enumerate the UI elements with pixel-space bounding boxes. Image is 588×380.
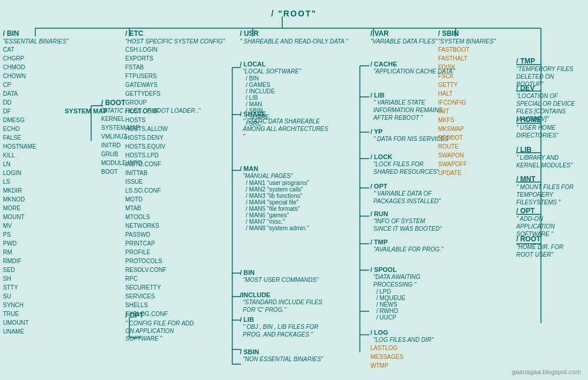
- lib-right: / LIB " LIBRARY AND KERNEL MODULES": [516, 146, 581, 169]
- etc-opt-label: / OPT: [125, 311, 196, 320]
- var-run: / RUN "INFO OF SYSTEM SINCE IT WAS BOOTE…: [370, 209, 444, 233]
- usr-sbin: / SBIN "NON ESSENTIAL BINARIES": [240, 347, 323, 363]
- usr-bin-label: / BIN: [240, 269, 319, 276]
- var-desc: "VARIABLE DATA FILES": [370, 38, 437, 45]
- var-tmp: / TMP "AVAILABLE FOR PROG.": [370, 237, 443, 253]
- dev-right-label: / DEV: [516, 84, 581, 92]
- usr-man-sub: / MAN1 "user programs"/ MAN2 "system cal…: [246, 180, 309, 231]
- usr-lib-desc: " OBJ , BIN , LIB FILES FOR PROG. AND PA…: [243, 323, 331, 338]
- usr-bin-desc: "MOST USER COMMANDS": [243, 276, 319, 284]
- etc-opt-column: / OPT " CONFIG FILE FOR ADD ON APPLICATI…: [125, 311, 196, 342]
- var-log-files: LASTLOGMESSAGESWTMP: [370, 344, 433, 370]
- usr-man-label: / MAN: [240, 165, 309, 172]
- sbin-files: FASTBOOTFASTHALTFDISKFSCKGETTYHALTIFCONF…: [438, 45, 496, 177]
- bin-label: / BIN: [3, 29, 68, 38]
- lib-right-label: / LIB: [516, 146, 581, 154]
- opt-right: / OPT " ADD-ON APPLICATION SOFTWARE ": [516, 207, 581, 238]
- var-log: / LOG "LOG FILES AND DIR" LASTLOGMESSAGE…: [370, 327, 433, 370]
- root-right-desc: "HOME DIR. FOR ROOT USER": [516, 243, 581, 258]
- home-right: / HOME " USER HOME DIRECTORIES": [516, 116, 581, 139]
- home-right-label: / HOME: [516, 116, 581, 124]
- bin-desc: "ESSENTIAL BINARIES": [3, 38, 68, 45]
- root-right: / ROOT "HOME DIR. FOR ROOT USER": [516, 235, 581, 258]
- home-right-desc: " USER HOME DIRECTORIES": [516, 124, 581, 139]
- usr-label: / USR: [240, 29, 348, 38]
- var-spool: / SPOOL "DATA AWAITING PROCESSING " / LP…: [370, 264, 444, 321]
- var-opt-desc: " VARIABLE DATA OF PACKAGES INSTALLED": [373, 190, 444, 205]
- usr-lib: / LIB " OBJ , BIN , LIB FILES FOR PROG. …: [240, 314, 331, 338]
- usr-include: /INCLUDE "STANDARD INCLUDE FILES FOR 'C'…: [240, 290, 331, 314]
- var-opt: / OPT " VARIABLE DATA OF PACKAGES INSTAL…: [370, 181, 444, 205]
- sbin-column: / SBIN "SYSTEM BINARIES" FASTBOOTFASTHAL…: [438, 29, 496, 177]
- var-log-desc: "LOG FILES AND DIR": [373, 336, 433, 344]
- usr-desc: " SHAREABLE AND READ-ONLY DATA ": [240, 38, 348, 45]
- var-lock: / LOCK "LOCK FILES FOR SHARED RESOURCES": [370, 152, 444, 176]
- mnt-right: / MNT " MOUNT FILES FOR TEMPORERY FILESY…: [516, 175, 581, 206]
- sbin-desc: "SYSTEM BINARIES": [438, 38, 496, 45]
- usr-man: / MAN "MANUAL PAGES" / MAN1 "user progra…: [240, 163, 309, 231]
- page: / "ROOT": [0, 0, 588, 380]
- etc-column: / ETC "HOST SPECIFIC SYSTEM CONFIG" CSH.…: [125, 29, 225, 318]
- var-spool-label: / SPOOL: [370, 266, 444, 273]
- usr-lib-label: / LIB: [240, 316, 331, 323]
- usr-man-desc: "MANUAL PAGES": [243, 172, 309, 180]
- var-lock-desc: "LOCK FILES FOR SHARED RESOURCES": [373, 160, 444, 176]
- var-column: / VAR "VARIABLE DATA FILES": [370, 29, 437, 45]
- var-tmp-desc: "AVAILABLE FOR PROG.": [373, 246, 443, 253]
- bin-files: CATCHGRPCHMODCHOWNCPDATADDDFDMESGECHOFAL…: [3, 45, 68, 336]
- usr-share-desc: " STATIC DATA SHAREABLE AMONG ALL ARCHIT…: [243, 117, 331, 140]
- usr-share-label: / SHARE: [240, 110, 331, 117]
- root-right-label: / ROOT: [516, 235, 581, 243]
- usr-sbin-desc: "NON ESSENTIAL BINARIES": [243, 355, 323, 363]
- etc-opt-desc: " CONFIG FILE FOR ADD ON APPLICATION SOF…: [125, 320, 196, 342]
- usr-sbin-label: / SBIN: [240, 348, 323, 355]
- sbin-label: / SBIN: [438, 29, 496, 38]
- mnt-right-label: / MNT: [516, 175, 581, 183]
- etc-files: CSH.LOGINEXPORTSFSTABFTPUSERSGATEWAYSGET…: [125, 45, 225, 318]
- var-label: / VAR: [370, 29, 437, 38]
- usr-local-desc: "LOCAL SOFTWARE": [243, 68, 301, 75]
- watermark: gaanagaa.blogspot.com: [512, 368, 581, 375]
- lib-right-desc: " LIBRARY AND KERNEL MODULES": [516, 154, 581, 169]
- var-tmp-label: / TMP: [370, 238, 443, 246]
- usr-share: / SHARE " STATIC DATA SHAREABLE AMONG AL…: [240, 109, 331, 140]
- root-title: / "ROOT": [6, 6, 582, 18]
- var-run-label: / RUN: [370, 210, 444, 217]
- tmp-right-label: / TMP: [516, 57, 581, 65]
- usr-local-label: / LOCAL: [240, 60, 301, 68]
- usr-include-desc: "STANDARD INCLUDE FILES FOR 'C' PROG.": [243, 298, 331, 314]
- usr-include-label: /INCLUDE: [240, 291, 331, 298]
- var-opt-label: / OPT: [370, 183, 444, 190]
- bin-column: / BIN "ESSENTIAL BINARIES" CATCHGRPCHMOD…: [3, 29, 68, 336]
- var-spool-desc: "DATA AWAITING PROCESSING ": [373, 273, 444, 288]
- opt-right-label: / OPT: [516, 207, 581, 215]
- etc-desc: "HOST SPECIFIC SYSTEM CONFIG": [125, 38, 225, 45]
- var-lock-label: / LOCK: [370, 153, 444, 160]
- var-log-label: / LOG: [370, 329, 433, 336]
- mnt-right-desc: " MOUNT FILES FOR TEMPORERY FILESYSTEMS …: [516, 183, 581, 206]
- var-run-desc: "INFO OF SYSTEM SINCE IT WAS BOOTED": [373, 217, 444, 233]
- etc-label: / ETC: [125, 29, 225, 38]
- usr-bin: / BIN "MOST USER COMMANDS": [240, 267, 319, 284]
- var-spool-sub: / LPD/ MQUEUE/ NEWS/ RWHO/ UUCP: [376, 288, 444, 321]
- usr-column: / USR " SHAREABLE AND READ-ONLY DATA ": [240, 29, 348, 45]
